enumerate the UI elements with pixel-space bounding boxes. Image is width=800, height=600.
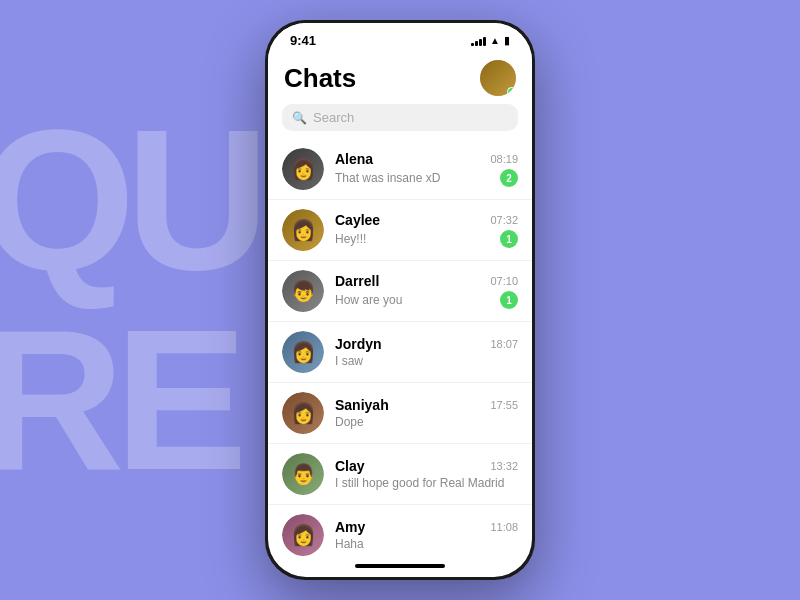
chat-item[interactable]: 👩 Saniyah 17:55 Dope [268,383,532,444]
chat-name: Jordyn [335,336,382,352]
online-indicator [507,87,516,96]
chat-preview: I saw [335,354,518,368]
search-input-wrap[interactable]: 🔍 Search [282,104,518,131]
chat-content: Alena 08:19 That was insane xD 2 [335,151,518,187]
chat-item[interactable]: 👦 Darrell 07:10 How are you 1 [268,261,532,322]
chat-content: Clay 13:32 I still hope good for Real Ma… [335,458,518,490]
chat-list: 👩 Alena 08:19 That was insane xD 2 👩 Cay… [268,139,532,559]
chat-item[interactable]: 👩 Amy 11:08 Haha [268,505,532,559]
chat-name: Clay [335,458,365,474]
battery-icon: ▮ [504,34,510,47]
page-title: Chats [284,63,356,94]
chat-content: Jordyn 18:07 I saw [335,336,518,368]
signal-icon [471,36,486,46]
chat-preview: Dope [335,415,518,429]
search-bar: 🔍 Search [268,104,532,139]
chat-time: 07:32 [490,214,518,226]
chat-item[interactable]: 👩 Caylee 07:32 Hey!!! 1 [268,200,532,261]
phone-frame: 9:41 ▲ ▮ Chats 🔍 [265,20,535,580]
chat-time: 11:08 [490,521,518,533]
chat-time: 13:32 [490,460,518,472]
chat-time: 17:55 [490,399,518,411]
home-bar [355,564,445,568]
unread-badge: 1 [500,230,518,248]
unread-badge: 1 [500,291,518,309]
chat-avatar: 👩 [282,514,324,556]
user-avatar-header[interactable] [480,60,516,96]
chat-avatar: 👩 [282,148,324,190]
chat-preview: Hey!!! [335,232,494,246]
search-placeholder: Search [313,110,354,125]
chat-avatar: 👦 [282,270,324,312]
chat-avatar: 👩 [282,209,324,251]
chat-name: Alena [335,151,373,167]
home-indicator [268,559,532,577]
chat-name: Saniyah [335,397,389,413]
wifi-icon: ▲ [490,35,500,46]
chat-content: Saniyah 17:55 Dope [335,397,518,429]
chat-content: Amy 11:08 Haha [335,519,518,551]
chat-item[interactable]: 👩 Alena 08:19 That was insane xD 2 [268,139,532,200]
chat-content: Darrell 07:10 How are you 1 [335,273,518,309]
chat-preview: That was insane xD [335,171,494,185]
status-bar: 9:41 ▲ ▮ [268,23,532,52]
chat-time: 08:19 [490,153,518,165]
status-time: 9:41 [290,33,316,48]
chats-header: Chats [268,52,532,104]
phone-screen: 9:41 ▲ ▮ Chats 🔍 [268,23,532,577]
chat-content: Caylee 07:32 Hey!!! 1 [335,212,518,248]
chat-avatar: 👩 [282,392,324,434]
search-icon: 🔍 [292,111,307,125]
chat-avatar: 👨 [282,453,324,495]
chat-name: Amy [335,519,365,535]
chat-name: Darrell [335,273,379,289]
chat-item[interactable]: 👩 Jordyn 18:07 I saw [268,322,532,383]
background-watermark: QURE [0,100,260,500]
chat-item[interactable]: 👨 Clay 13:32 I still hope good for Real … [268,444,532,505]
chat-name: Caylee [335,212,380,228]
chat-preview: I still hope good for Real Madrid [335,476,518,490]
chat-preview: How are you [335,293,494,307]
chat-time: 18:07 [490,338,518,350]
status-icons: ▲ ▮ [471,34,510,47]
chat-preview: Haha [335,537,518,551]
chat-time: 07:10 [490,275,518,287]
chat-avatar: 👩 [282,331,324,373]
unread-badge: 2 [500,169,518,187]
